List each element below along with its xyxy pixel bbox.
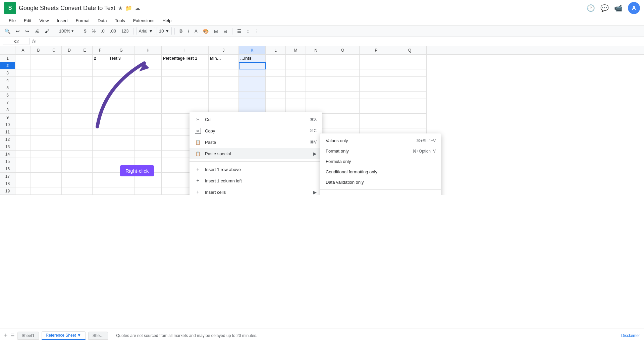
cell-k[interactable]: [239, 99, 266, 106]
cell[interactable]: [77, 99, 93, 106]
cell[interactable]: [326, 77, 360, 84]
cell[interactable]: [93, 173, 108, 180]
row-num-9[interactable]: 9: [0, 114, 15, 121]
ctx-insert-col[interactable]: + Insert 1 column left: [190, 175, 322, 186]
sheet-menu-button[interactable]: ☰: [10, 333, 15, 338]
cell[interactable]: [15, 187, 31, 195]
cell[interactable]: [326, 62, 360, 69]
cell[interactable]: [77, 69, 93, 77]
comment-icon[interactable]: 💬: [600, 4, 609, 12]
row-num-17[interactable]: 17: [0, 173, 15, 180]
row-num-6[interactable]: 6: [0, 92, 15, 99]
cell[interactable]: [46, 99, 62, 106]
cell[interactable]: [135, 151, 162, 158]
submenu-transposed[interactable]: Transposed: [320, 192, 441, 195]
cell[interactable]: [162, 69, 209, 77]
cell[interactable]: [77, 92, 93, 99]
cell[interactable]: [393, 92, 427, 99]
cell[interactable]: [46, 187, 62, 195]
cell-k[interactable]: [239, 77, 266, 84]
cell[interactable]: [31, 143, 46, 151]
cell[interactable]: [15, 114, 31, 121]
cell[interactable]: [15, 180, 31, 187]
cell[interactable]: [393, 106, 427, 114]
cell[interactable]: [31, 106, 46, 114]
cell[interactable]: [31, 77, 46, 84]
cell[interactable]: [15, 55, 31, 62]
cell[interactable]: [46, 136, 62, 143]
submenu-values-only[interactable]: Values only ⌘+Shift+V: [320, 135, 441, 146]
cell[interactable]: [306, 55, 326, 62]
undo-button[interactable]: ↩: [14, 27, 22, 35]
cell[interactable]: [108, 180, 135, 187]
cell[interactable]: [31, 187, 46, 195]
cell[interactable]: [77, 173, 93, 180]
format-num-button[interactable]: 123: [119, 27, 131, 35]
cell[interactable]: [31, 99, 46, 106]
cell[interactable]: [15, 158, 31, 165]
cell[interactable]: [326, 99, 360, 106]
cell[interactable]: [31, 121, 46, 128]
cell[interactable]: [15, 165, 31, 173]
col-header-e[interactable]: E: [77, 46, 93, 54]
formula-input[interactable]: [39, 38, 641, 45]
cell[interactable]: [31, 92, 46, 99]
sheet-tab-she[interactable]: She…: [88, 332, 108, 340]
col-header-h[interactable]: H: [135, 46, 162, 54]
redo-button[interactable]: ↪: [23, 27, 31, 35]
cell[interactable]: [108, 62, 135, 69]
cell[interactable]: [135, 99, 162, 106]
cell[interactable]: [93, 121, 108, 128]
sheet-tab-sheet1[interactable]: Sheet1: [17, 332, 39, 340]
cell[interactable]: [360, 69, 393, 77]
dec-plus-button[interactable]: .00: [108, 27, 118, 35]
cell[interactable]: [93, 187, 108, 195]
cell[interactable]: [15, 106, 31, 114]
menu-edit[interactable]: Edit: [20, 17, 35, 24]
cell[interactable]: [393, 69, 427, 77]
cell[interactable]: [77, 187, 93, 195]
cell[interactable]: [306, 62, 326, 69]
disclaimer-link[interactable]: Disclaimer: [621, 333, 640, 338]
zoom-button[interactable]: 100% ▼: [57, 28, 76, 34]
cell[interactable]: [135, 121, 162, 128]
cell[interactable]: [15, 84, 31, 92]
cell[interactable]: [62, 99, 77, 106]
cell[interactable]: [108, 106, 135, 114]
row-num-19[interactable]: 19: [0, 187, 15, 195]
row-num-1[interactable]: 1: [0, 55, 15, 62]
cell[interactable]: [31, 114, 46, 121]
cell[interactable]: [77, 143, 93, 151]
borders-button[interactable]: ⊞: [212, 27, 220, 35]
row-num-15[interactable]: 15: [0, 158, 15, 165]
cell[interactable]: [209, 77, 239, 84]
cell[interactable]: [209, 99, 239, 106]
row-num-12[interactable]: 12: [0, 136, 15, 143]
menu-extensions[interactable]: Extensions: [130, 17, 158, 24]
ctx-paste-special[interactable]: 📋 Paste special ▶: [190, 148, 322, 159]
cell[interactable]: [326, 84, 360, 92]
cell[interactable]: [135, 62, 162, 69]
cell[interactable]: [77, 62, 93, 69]
cell[interactable]: [286, 84, 306, 92]
col-header-b[interactable]: B: [31, 46, 46, 54]
cell[interactable]: [46, 128, 62, 136]
row-num-11[interactable]: 11: [0, 128, 15, 136]
cell[interactable]: [393, 99, 427, 106]
cell[interactable]: [15, 151, 31, 158]
cell[interactable]: [135, 92, 162, 99]
cell[interactable]: [360, 92, 393, 99]
add-sheet-button[interactable]: +: [4, 332, 8, 339]
cell[interactable]: [31, 136, 46, 143]
cell[interactable]: [108, 99, 135, 106]
cell[interactable]: [326, 121, 360, 128]
bold-button[interactable]: B: [177, 27, 184, 35]
cell[interactable]: [77, 128, 93, 136]
col-header-q[interactable]: Q: [393, 46, 427, 54]
cell[interactable]: [360, 114, 393, 121]
cell[interactable]: [77, 180, 93, 187]
menu-insert[interactable]: Insert: [53, 17, 71, 24]
cell[interactable]: [77, 121, 93, 128]
cell[interactable]: [209, 62, 239, 69]
cell[interactable]: [46, 173, 62, 180]
